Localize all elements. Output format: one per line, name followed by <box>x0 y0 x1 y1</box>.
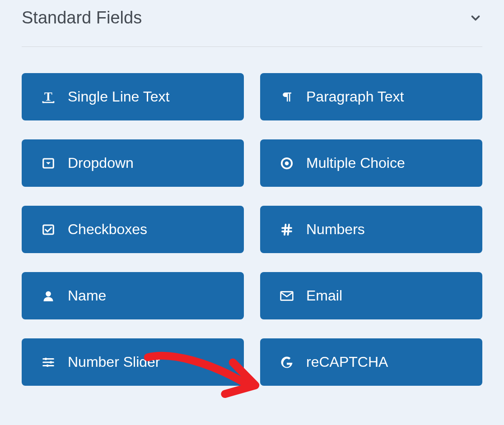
svg-point-4 <box>285 161 289 165</box>
text-cursor-icon: T <box>41 89 56 105</box>
svg-rect-17 <box>47 365 48 367</box>
svg-point-10 <box>46 291 51 296</box>
hash-icon <box>279 222 294 237</box>
envelope-icon <box>279 288 294 304</box>
svg-text:T: T <box>44 90 52 103</box>
field-dropdown[interactable]: Dropdown <box>22 139 244 187</box>
user-icon <box>41 288 56 304</box>
paragraph-icon <box>279 89 294 105</box>
section-title: Standard Fields <box>22 8 142 28</box>
field-number-slider[interactable]: Number Slider <box>22 338 244 386</box>
standard-fields-panel: Standard Fields T Single Line Text <box>0 0 504 404</box>
field-label: reCAPTCHA <box>306 354 388 370</box>
svg-rect-15 <box>45 358 47 360</box>
google-icon <box>279 355 294 370</box>
dropdown-icon <box>41 156 56 171</box>
field-single-line-text[interactable]: T Single Line Text <box>22 73 244 120</box>
field-email[interactable]: Email <box>260 272 482 319</box>
field-label: Dropdown <box>68 155 134 171</box>
svg-line-9 <box>288 224 289 235</box>
svg-rect-5 <box>43 225 54 234</box>
svg-line-8 <box>285 224 286 235</box>
field-multiple-choice[interactable]: Multiple Choice <box>260 139 482 187</box>
field-label: Name <box>68 287 106 304</box>
field-checkboxes[interactable]: Checkboxes <box>22 206 244 253</box>
field-numbers[interactable]: Numbers <box>260 206 482 253</box>
field-label: Single Line Text <box>68 88 169 105</box>
field-label: Multiple Choice <box>306 155 405 171</box>
field-paragraph-text[interactable]: Paragraph Text <box>260 73 482 120</box>
sliders-icon <box>41 355 56 370</box>
section-header[interactable]: Standard Fields <box>22 8 482 47</box>
radio-icon <box>279 156 294 171</box>
field-name[interactable]: Name <box>22 272 244 319</box>
field-label: Numbers <box>306 221 365 238</box>
fields-grid: T Single Line Text Paragraph Text <box>22 73 482 386</box>
checkbox-icon <box>41 222 56 237</box>
field-label: Email <box>306 287 342 304</box>
svg-rect-16 <box>50 361 52 363</box>
field-label: Checkboxes <box>68 221 147 238</box>
chevron-down-icon[interactable] <box>469 11 482 25</box>
field-label: Paragraph Text <box>306 88 404 105</box>
field-recaptcha[interactable]: reCAPTCHA <box>260 338 482 386</box>
field-label: Number Slider <box>68 354 160 370</box>
